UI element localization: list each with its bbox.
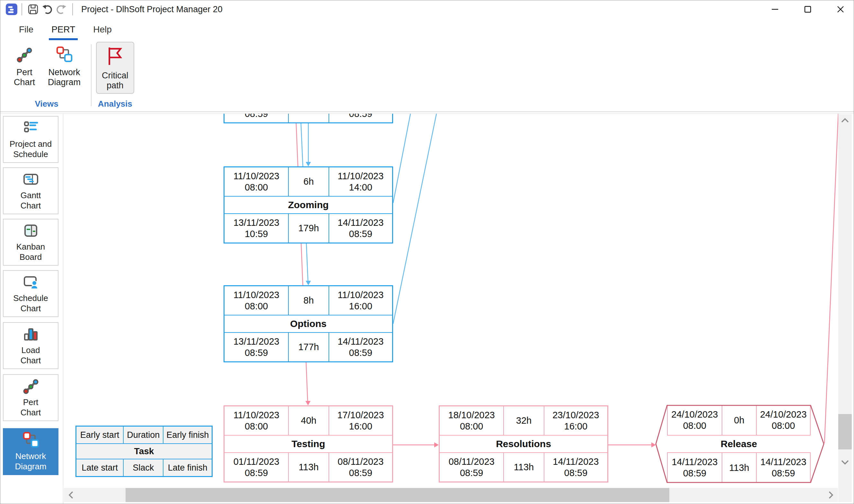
redo-icon[interactable]: [54, 2, 68, 16]
project-schedule-icon: [22, 120, 39, 138]
undo-icon[interactable]: [40, 2, 54, 16]
pert-chart-button[interactable]: PertChart: [7, 42, 42, 91]
maximize-icon[interactable]: [803, 4, 813, 14]
duration-cell: 6h: [288, 167, 328, 196]
task-name: Zooming: [224, 196, 392, 214]
late-start-cell: 13/11/202308:59: [224, 333, 288, 361]
minimize-icon[interactable]: [770, 4, 780, 14]
tab-file[interactable]: File: [10, 18, 42, 40]
horizontal-scroll-thumb[interactable]: [126, 488, 669, 502]
dependency-arrowhead: [306, 281, 311, 285]
task-node-release[interactable]: 24/10/202308:000h24/10/202308:00Release1…: [667, 406, 811, 483]
scroll-up-icon[interactable]: [838, 115, 852, 126]
scroll-left-icon[interactable]: [65, 488, 77, 502]
scrollbar-corner: [838, 488, 852, 502]
slack-cell: 113h: [722, 453, 756, 483]
dependency-arrowhead: [434, 442, 439, 448]
late-start-cell: 13/11/202310:59: [224, 214, 288, 242]
title-bar: Project - DlhSoft Project Manager 20: [0, 0, 854, 18]
sidebar-item-label: NetworkDiagram: [15, 451, 46, 471]
legend-late-finish: Late finish: [163, 460, 212, 476]
vertical-scrollbar[interactable]: [838, 114, 852, 488]
ribbon-group-views: PertChartNetworkDiagramViews: [7, 42, 86, 111]
network-diagram-icon: [22, 432, 39, 450]
ribbon-button-label: PertChart: [14, 68, 35, 87]
sidebar-item-gantt-chart[interactable]: GanttChart: [3, 167, 58, 214]
late-finish-cell: 08/11/202308:59: [329, 453, 392, 482]
sidebar-item-pert-chart[interactable]: PertChart: [3, 374, 58, 421]
late-start-cell: 01/11/202308:59: [224, 453, 288, 482]
sidebar-item-kanban-board[interactable]: KanbanBoard: [3, 219, 58, 266]
early-start-cell: 18/10/202308:00: [440, 406, 503, 435]
critical-path-button[interactable]: Criticalpath: [96, 42, 134, 94]
sidebar-item-load-chart[interactable]: LoadChart: [3, 322, 58, 369]
horizontal-scrollbar[interactable]: [64, 488, 838, 502]
task-node-resolutions[interactable]: 18/10/202308:0032h23/10/202316:00Resolut…: [439, 406, 608, 483]
vertical-scroll-thumb[interactable]: [838, 414, 852, 449]
titlebar-separator: [72, 3, 73, 15]
network-diagram-button[interactable]: NetworkDiagram: [42, 42, 86, 91]
dependency-line: [824, 114, 838, 443]
slack-cell: [288, 114, 328, 122]
app-window: Project - DlhSoft Project Manager 20 Fil…: [0, 0, 854, 504]
schedule-chart-icon: [22, 274, 39, 292]
critical-path-flag-icon: [106, 46, 124, 68]
legend-slack: Slack: [123, 460, 163, 476]
legend-task: Task: [76, 443, 212, 460]
ribbon-group-separator: [91, 44, 92, 106]
early-start-cell: 11/10/202308:00: [224, 167, 288, 196]
late-start-cell: 08:59: [224, 114, 288, 122]
task-name: Resolutions: [440, 435, 607, 453]
sidebar-item-label: KanbanBoard: [16, 241, 45, 262]
task-node-zooming[interactable]: 11/10/202308:006h11/10/202314:00Zooming1…: [223, 166, 393, 244]
slack-cell: 179h: [288, 214, 328, 242]
duration-cell: 0h: [722, 406, 756, 435]
task-node-options[interactable]: 11/10/202308:008h11/10/202316:00Options1…: [223, 285, 393, 362]
app-icon[interactable]: [5, 3, 18, 15]
late-start-cell: 14/11/202308:59: [667, 453, 722, 483]
sidebar-item-label: Project andSchedule: [10, 139, 52, 159]
ribbon-group-label: Views: [7, 98, 86, 111]
legend-early-finish: Early finish: [163, 427, 212, 443]
diagram-canvas[interactable]: Early start Duration Early finish Task L…: [63, 114, 838, 488]
ribbon-button-label: Criticalpath: [102, 71, 128, 91]
late-finish-cell: 14/11/202308:59: [544, 453, 607, 482]
late-finish-cell: 14/11/202308:59: [756, 453, 811, 483]
task-node-clipped-top-task[interactable]: 08:5908:59: [223, 114, 393, 123]
task-node-testing[interactable]: 11/10/202308:0040h17/10/202316:00Testing…: [223, 406, 393, 483]
gantt-chart-icon: [22, 171, 39, 189]
save-icon[interactable]: [26, 2, 40, 16]
task-name: Testing: [224, 435, 392, 453]
early-start-cell: 11/10/202308:00: [224, 286, 288, 315]
tab-pert[interactable]: PERT: [42, 18, 84, 40]
dependency-arrowhead: [306, 162, 311, 166]
view-sidebar: Project andScheduleGanttChartKanbanBoard…: [0, 114, 63, 504]
ribbon: PertChartNetworkDiagramViewsCriticalpath…: [0, 40, 854, 111]
late-finish-cell: 14/11/202308:59: [329, 214, 392, 242]
ribbon-group-analysis: CriticalpathAnalysis: [96, 42, 134, 111]
pert-chart-icon: [16, 46, 33, 64]
sidebar-item-project-and-schedule[interactable]: Project andSchedule: [3, 116, 58, 163]
kanban-board-icon: [22, 222, 39, 240]
scroll-right-icon[interactable]: [825, 488, 837, 502]
tab-help[interactable]: Help: [84, 18, 121, 40]
sidebar-item-network-diagram[interactable]: NetworkDiagram: [3, 428, 58, 475]
close-icon[interactable]: [836, 4, 845, 14]
duration-cell: 40h: [288, 406, 328, 435]
sidebar-item-label: PertChart: [21, 397, 41, 418]
sidebar-item-schedule-chart[interactable]: ScheduleChart: [3, 270, 58, 317]
dependency-line: [393, 114, 436, 324]
ribbon-groups: PertChartNetworkDiagramViewsCriticalpath…: [7, 42, 134, 111]
early-finish-cell: 11/10/202316:00: [329, 286, 392, 315]
window-title: Project - DlhSoft Project Manager 20: [81, 4, 222, 15]
slack-cell: 113h: [503, 453, 543, 482]
late-finish-cell: 14/11/202308:59: [329, 333, 392, 361]
pert-chart-icon: [22, 378, 39, 396]
late-finish-cell: 08:59: [329, 114, 392, 122]
dependency-line: [393, 114, 411, 203]
task-name: Release: [667, 435, 811, 453]
early-start-cell: 11/10/202308:00: [224, 406, 288, 435]
early-finish-cell: 23/10/202316:00: [544, 406, 607, 435]
duration-cell: 8h: [288, 286, 328, 315]
scroll-down-icon[interactable]: [838, 457, 852, 468]
